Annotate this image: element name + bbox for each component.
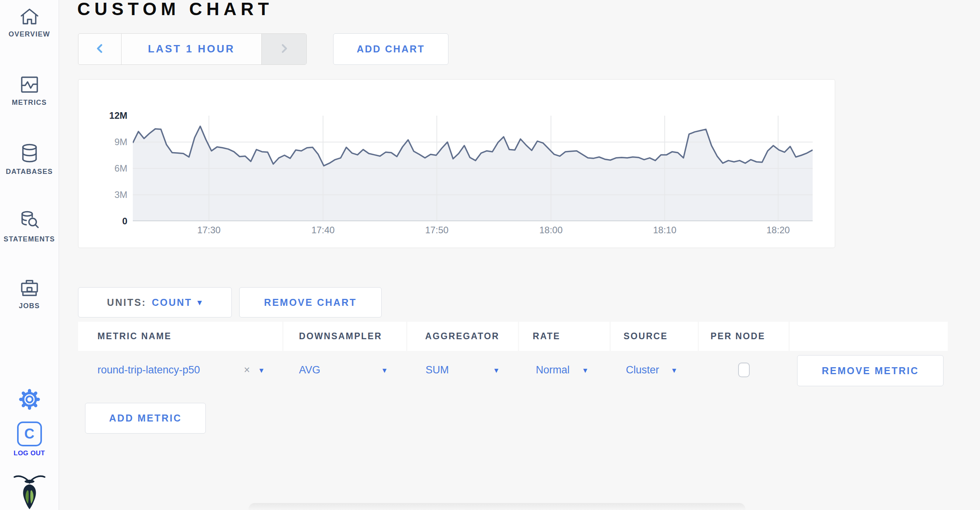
statements-icon [18, 210, 41, 233]
sidebar-item-label: DATABASES [0, 168, 59, 176]
x-tick-label: 18:00 [539, 225, 563, 236]
column-header-metric-name: METRIC NAME [78, 322, 282, 351]
settings-button[interactable] [0, 387, 59, 413]
chevron-down-icon[interactable]: ▾ [259, 366, 264, 375]
y-tick-label: 3M [115, 189, 127, 200]
sidebar-item-label: METRICS [0, 99, 59, 107]
time-range-next-button[interactable] [261, 34, 306, 64]
logout-label: LOG OUT [0, 449, 59, 457]
remove-chart-button[interactable]: REMOVE CHART [239, 287, 382, 317]
time-range-selector: LAST 1 HOUR [78, 33, 307, 65]
x-tick-label: 18:20 [766, 225, 790, 236]
y-axis-labels: 03M6M9M12M [78, 116, 127, 221]
gear-icon [17, 406, 42, 413]
chart-plot[interactable] [133, 116, 813, 221]
y-tick-label: 9M [115, 137, 127, 147]
chevron-right-icon [279, 43, 289, 56]
sidebar: OVERVIEW METRICS DATABASES [0, 0, 59, 510]
clear-metric-icon[interactable]: × [244, 364, 250, 376]
x-tick-label: 17:50 [425, 225, 448, 236]
cockroach-c-icon: C [17, 422, 42, 446]
source-dropdown[interactable]: Cluster [626, 364, 659, 376]
x-tick-label: 18:10 [653, 225, 676, 236]
chevron-left-icon [95, 43, 105, 56]
sidebar-item-statements[interactable]: STATEMENTS [0, 210, 59, 243]
sidebar-item-label: STATEMENTS [0, 235, 59, 243]
chevron-down-icon[interactable]: ▾ [494, 366, 499, 375]
sidebar-item-label: OVERVIEW [0, 30, 59, 38]
sidebar-item-databases[interactable]: DATABASES [0, 143, 59, 176]
custom-chart-page: { "page": { "title": "CUSTOM CHART" }, "… [0, 0, 980, 510]
y-tick-label: 6M [115, 163, 127, 174]
chevron-down-icon[interactable]: ▾ [672, 366, 676, 375]
sidebar-item-label: JOBS [0, 302, 59, 310]
x-tick-label: 17:40 [311, 225, 335, 236]
y-tick-label: 0 [122, 216, 127, 227]
column-header-rate: RATE [519, 322, 610, 351]
aggregator-dropdown[interactable]: SUM [426, 364, 449, 376]
database-icon [19, 143, 40, 165]
column-header-downsampler: DOWNSAMPLER [283, 322, 406, 351]
metric-name-dropdown[interactable]: round-trip-latency-p50 [97, 364, 200, 376]
briefcase-icon [19, 277, 40, 300]
units-label: UNITS: [107, 297, 146, 308]
time-range-prev-button[interactable] [78, 34, 122, 64]
metric-table-header: METRIC NAME DOWNSAMPLER AGGREGATOR RATE … [78, 322, 948, 351]
column-header-actions [790, 322, 948, 351]
logout-button[interactable]: C LOG OUT [0, 422, 59, 457]
x-axis-labels: 17:3017:4017:5018:0018:1018:20 [133, 225, 813, 237]
column-header-aggregator: AGGREGATOR [407, 322, 518, 351]
home-icon [19, 6, 40, 28]
y-tick-label: 12M [109, 110, 127, 121]
chevron-down-icon[interactable]: ▾ [583, 366, 587, 375]
chevron-down-icon: ▾ [198, 298, 203, 307]
chevron-down-icon[interactable]: ▾ [382, 366, 387, 375]
downsampler-dropdown[interactable]: AVG [299, 364, 320, 376]
units-value: COUNT [152, 297, 192, 308]
units-dropdown[interactable]: UNITS: COUNT ▾ [78, 287, 232, 317]
bottom-edge-shadow [248, 503, 745, 510]
sidebar-item-overview[interactable]: OVERVIEW [0, 6, 59, 38]
sidebar-item-jobs[interactable]: JOBS [0, 277, 59, 310]
column-header-source: SOURCE [611, 322, 698, 351]
cockroach-logo [0, 474, 59, 510]
per-node-checkbox[interactable] [738, 363, 750, 377]
remove-metric-button[interactable]: REMOVE METRIC [797, 355, 944, 386]
rate-dropdown[interactable]: Normal [536, 364, 570, 376]
sidebar-item-metrics[interactable]: METRICS [0, 75, 59, 107]
add-chart-button[interactable]: ADD CHART [333, 33, 448, 65]
chart-panel: 03M6M9M12M 17:3017:4017:5018:0018:1018:2… [78, 79, 835, 248]
add-metric-button[interactable]: ADD METRIC [85, 403, 206, 434]
x-tick-label: 17:30 [197, 225, 221, 236]
page-title: CUSTOM CHART [77, 0, 273, 19]
time-range-label[interactable]: LAST 1 HOUR [122, 34, 261, 64]
metrics-icon [19, 75, 40, 96]
column-header-per-node: PER NODE [699, 322, 789, 351]
